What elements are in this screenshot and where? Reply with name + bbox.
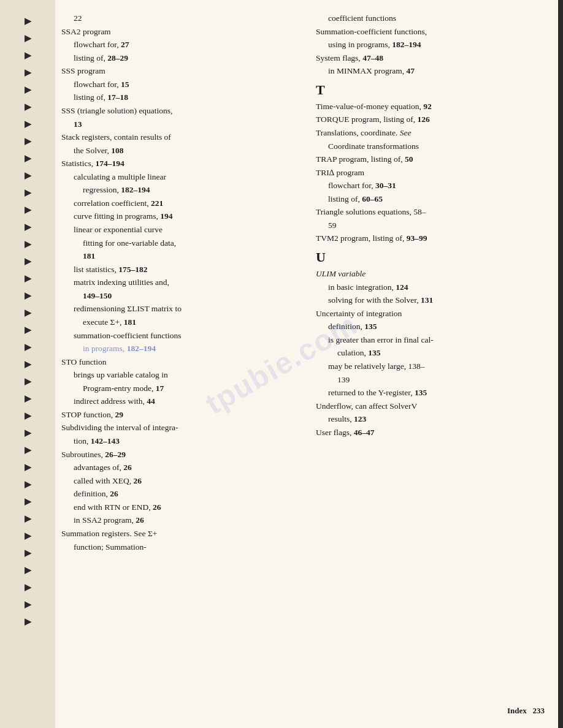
spiral-dot — [22, 546, 33, 559]
entry-text: culation, 135 — [337, 348, 381, 357]
entry-text: TORQUE program, listing of, 126 — [316, 115, 430, 124]
entry-text: System flags, 47–48 — [316, 53, 383, 63]
entry-text: end with RTN or END, 26 — [74, 502, 161, 512]
spiral-dot — [22, 615, 33, 628]
list-item: flowchart for, 15 — [61, 78, 285, 91]
entry-text: regression, 182–194 — [83, 185, 150, 194]
list-item: System flags, 47–48 — [316, 52, 540, 64]
list-item: STO function — [61, 356, 285, 368]
entry-text: correlation coefficient, 221 — [74, 199, 163, 208]
spiral-dot — [22, 220, 33, 233]
entry-text: list statistics, 175–182 — [74, 265, 147, 274]
list-item: brings up variable catalog in — [61, 369, 285, 381]
spiral-dot — [22, 580, 33, 594]
spiral-dot — [22, 169, 33, 182]
spiral-dot — [22, 460, 33, 474]
entry-text: listing of, 60–65 — [328, 194, 383, 203]
list-item: SSS (triangle solution) equations, — [61, 105, 285, 117]
entry-text: brings up variable catalog in — [74, 370, 168, 379]
list-item: SSS program — [61, 65, 285, 77]
list-item: tion, 142–143 — [61, 435, 285, 447]
entry-text: coefficient functions — [328, 13, 396, 23]
list-item: flowchart for, 30–31 — [316, 180, 540, 192]
list-item: in programs, 182–194 — [61, 343, 285, 355]
entry-text: solving for with the Solver, 131 — [328, 295, 433, 305]
entry-text: Time-value-of-money equation, 92 — [316, 102, 432, 111]
list-item: end with RTN or END, 26 — [61, 501, 285, 514]
spiral-dot — [22, 357, 33, 371]
entry-text: flowchart for, 27 — [74, 40, 129, 49]
spiral-dot — [22, 237, 33, 251]
list-item: TRI∆ program — [316, 167, 540, 179]
list-item: function; Summation- — [61, 541, 285, 553]
entry-text: in SSA2 program, 26 — [74, 515, 144, 525]
entry-text: curve fitting in programs, 194 — [74, 211, 173, 221]
entry-text: SSS program — [61, 66, 105, 75]
entry-text: using in programs, 182–194 — [328, 40, 421, 49]
spiral-dot — [22, 597, 33, 611]
entry-text: STOP function, 29 — [61, 410, 123, 419]
entry-text: matrix indexing utilities and, — [74, 278, 169, 287]
entry-text: SSS (triangle solution) equations, — [61, 106, 173, 115]
spiral-dot — [22, 477, 33, 491]
spiral-dot — [22, 134, 33, 148]
list-item: results, 123 — [316, 413, 540, 425]
entry-text: Triangle solutions equations, 58– — [316, 207, 426, 216]
section-header: U — [316, 249, 540, 265]
spiral-dot — [22, 443, 33, 457]
list-item: 13 — [61, 118, 285, 131]
spiral-dot — [22, 66, 33, 79]
entry-text: is greater than error in final cal- — [328, 335, 434, 344]
list-item: redimensioning ΣLIST matrix to — [61, 303, 285, 315]
list-item: Uncertainty of integration — [316, 308, 540, 320]
entry-text: Uncertainty of integration — [316, 309, 402, 318]
spiral-dot — [22, 495, 33, 508]
spiral-dot — [22, 340, 33, 354]
spiral-dot — [22, 392, 33, 405]
entry-text: Translations, coordinate. See — [316, 128, 411, 137]
spiral-dot — [22, 117, 33, 131]
entry-text: 59 — [328, 221, 337, 230]
entry-text: 149–150 — [83, 291, 112, 300]
list-item: User flags, 46–47 — [316, 427, 540, 439]
entry-text: returned to the Y-register, 135 — [328, 388, 427, 397]
spiral-dot — [22, 426, 33, 439]
list-item: called with XEQ, 26 — [61, 475, 285, 487]
entry-text: listing of, 28–29 — [74, 53, 128, 63]
list-item: Time-value-of-money equation, 92 — [316, 100, 540, 113]
list-item: Statistics, 174–194 — [61, 157, 285, 170]
entry-text: Program-entry mode, 17 — [83, 384, 164, 393]
entry-text: STO function — [61, 357, 107, 366]
list-item: flowchart for, 27 — [61, 39, 285, 51]
list-item: 149–150 — [61, 290, 285, 302]
list-item: TRAP program, listing of, 50 — [316, 153, 540, 165]
entry-text: 139 — [337, 375, 350, 384]
entry-text: definition, 26 — [74, 489, 118, 498]
list-item: SSA2 program — [61, 26, 285, 38]
list-item: advantages of, 26 — [61, 461, 285, 474]
spiral-dot — [22, 14, 33, 28]
list-item: solving for with the Solver, 131 — [316, 294, 540, 306]
list-item: TORQUE program, listing of, 126 — [316, 113, 540, 126]
list-item: returned to the Y-register, 135 — [316, 387, 540, 399]
list-item: Subdividing the interval of integra- — [61, 422, 285, 434]
spiral-dot — [22, 31, 33, 45]
entry-text: results, 123 — [328, 414, 366, 423]
spiral-dot — [22, 512, 33, 525]
spiral-dot — [22, 100, 33, 113]
list-item: indirect address with, 44 — [61, 395, 285, 408]
spiral-dot — [22, 271, 33, 285]
page-container: 22SSA2 programflowchart for, 27listing o… — [0, 0, 563, 728]
footer-label: Index — [507, 706, 527, 715]
entry-text: indirect address with, 44 — [74, 396, 155, 406]
entry-text: in programs, 182–194 — [83, 344, 156, 353]
entry-text: calculating a multiple linear — [74, 172, 166, 181]
list-item: Underflow, can affect SolverV — [316, 400, 540, 412]
list-item: matrix indexing utilities and, — [61, 276, 285, 289]
list-item: culation, 135 — [316, 347, 540, 359]
spiral-dot — [22, 83, 33, 96]
entry-text: User flags, 46–47 — [316, 428, 375, 437]
entry-text: ULIM variable — [316, 269, 366, 278]
list-item: TVM2 program, listing of, 93–99 — [316, 232, 540, 245]
list-item: STOP function, 29 — [61, 409, 285, 421]
